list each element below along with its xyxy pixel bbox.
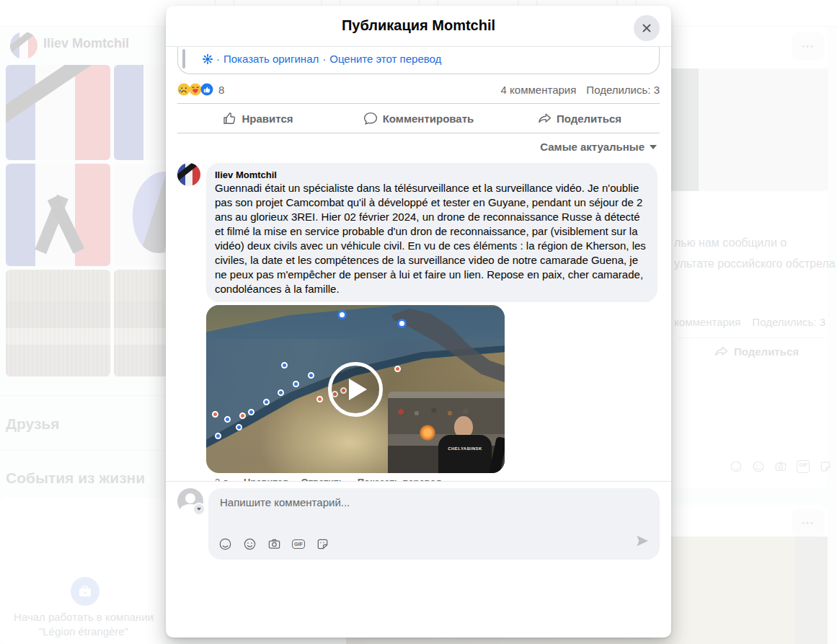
comment-icon	[363, 111, 378, 125]
modal-body: · Показать оригинал · Оцените этот перев…	[166, 47, 671, 560]
camera-button[interactable]	[267, 537, 281, 551]
post-content-bottom: · Показать оригинал · Оцените этот перев…	[177, 47, 660, 74]
comment-item: Iliev Momtchil Guennadi était un spécial…	[177, 163, 660, 302]
comment-text: Guennadi était un spécialiste dans la té…	[215, 181, 649, 296]
comment-input-field[interactable]: GIF	[208, 488, 660, 560]
comment-sort-dropdown[interactable]: Самые актуальные	[166, 133, 671, 157]
modal-title: Публикация Momtchil	[166, 17, 671, 34]
emoji-button[interactable]	[243, 537, 257, 551]
switch-profile-chevron[interactable]	[192, 503, 205, 516]
composer-avatar[interactable]	[177, 488, 203, 514]
share-icon	[537, 111, 552, 125]
sticker-button[interactable]	[316, 537, 329, 551]
comment-composer: GIF	[166, 481, 671, 560]
comment-input[interactable]	[218, 495, 566, 509]
comments-count[interactable]: 4 комментария	[501, 84, 577, 96]
like-button[interactable]: Нравится	[177, 104, 338, 133]
modal-header: Публикация Momtchil	[166, 6, 671, 47]
chevron-down-icon	[197, 508, 201, 511]
avatar-sticker-button[interactable]	[218, 537, 232, 551]
play-icon	[349, 379, 367, 400]
like-reaction-icon[interactable]	[200, 83, 213, 96]
translation-bar: · Показать оригинал · Оцените этот перев…	[203, 53, 441, 65]
close-button[interactable]	[634, 15, 660, 41]
reaction-count[interactable]: 8	[218, 84, 224, 96]
post-modal: Публикация Momtchil · Показать оригинал …	[166, 6, 671, 638]
composer-icons: GIF	[218, 537, 329, 551]
share-button[interactable]: Поделиться	[499, 104, 660, 133]
webcam-overlay: CHELYABINSK	[388, 392, 505, 473]
send-comment-button[interactable]	[635, 534, 650, 551]
avatar[interactable]	[177, 163, 200, 186]
close-icon	[640, 22, 653, 35]
show-original-link[interactable]: Показать оригинал	[223, 53, 319, 65]
reactions-row: 8 4 комментария Поделились: 3	[166, 74, 671, 103]
like-icon	[222, 111, 236, 125]
post-actions-row: Нравится Комментировать Поделиться	[177, 104, 660, 133]
shirt-text: CHELYABINSK	[438, 446, 492, 451]
comment-video-attachment[interactable]: CHELYABINSK	[206, 305, 505, 473]
comment-author[interactable]: Iliev Momtchil	[215, 169, 649, 181]
gif-button[interactable]: GIF	[292, 539, 305, 549]
chevron-down-icon	[650, 145, 657, 149]
shares-count[interactable]: Поделились: 3	[586, 84, 660, 96]
scrollbar-thumb[interactable]	[182, 49, 185, 69]
comment-bubble: Iliev Momtchil Guennadi était un spécial…	[206, 163, 657, 302]
translation-settings-icon[interactable]	[203, 54, 213, 64]
play-button[interactable]	[328, 362, 383, 417]
rate-translation-link[interactable]: Оцените этот перевод	[329, 53, 441, 65]
send-icon	[635, 534, 650, 548]
comment-button[interactable]: Комментировать	[338, 104, 499, 133]
